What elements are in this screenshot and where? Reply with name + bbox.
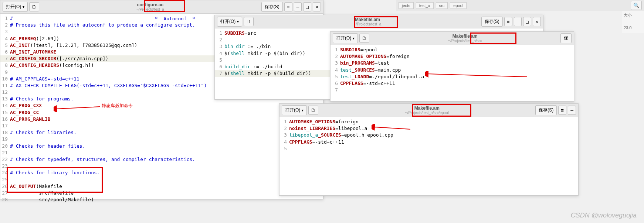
line-number: 23 [2, 163, 10, 169]
code-area[interactable]: 1SUBDIRS=epool2AUTOMAKE_OPTIONS=foreign3… [331, 45, 574, 95]
chevron-down-icon: ▾ [353, 36, 355, 40]
chevron-down-icon: ▾ [237, 20, 239, 24]
code-token: AM_INIT_AUTOMAKE [10, 49, 56, 55]
code-line[interactable]: 3bin_PROGRAMS=test [331, 60, 574, 66]
line-number: 4 [281, 139, 289, 145]
code-token: bin_dir [224, 44, 245, 49]
code-token: =epool [360, 47, 378, 52]
code-token: ([config.h]) [59, 62, 94, 68]
save-button[interactable]: 保存(S) [481, 17, 503, 27]
maximize-icon[interactable]: □ [523, 17, 531, 26]
code-token: =./epool/libepool.a [369, 74, 424, 79]
minimize-icon[interactable]: – [568, 106, 576, 115]
code-line[interactable]: 4CPPFLAGS=-std=c++11 [279, 139, 578, 145]
close-icon[interactable]: × [313, 2, 321, 11]
open-button[interactable]: 打开(O) ▾ [282, 105, 307, 115]
save-button[interactable]: 保存(S) [261, 2, 283, 12]
menu-icon[interactable]: ≡ [558, 106, 566, 115]
new-doc-icon[interactable]: 🗋 [359, 34, 369, 43]
line-number: 27 [2, 190, 10, 196]
code-line[interactable]: 21 [0, 150, 323, 156]
code-line[interactable]: 2noinst_LIBRARIES=libepool.a [279, 125, 578, 132]
side-panel-fragment: 大小 23.0 [622, 11, 644, 33]
chevron-down-icon: ▾ [302, 108, 304, 112]
code-line[interactable]: 20# Checks for header files. [0, 143, 323, 150]
code-line[interactable]: 15AC_PROG_CC [0, 109, 323, 116]
open-button[interactable]: 打开(O) ▾ [333, 33, 358, 43]
code-token: AUTOMAKE_OPTIONS [289, 119, 335, 124]
path-seg[interactable]: test_a [416, 2, 434, 9]
line-number: 6 [2, 49, 10, 55]
code-line[interactable]: 25 [0, 176, 323, 183]
open-button[interactable]: 打开(O) ▾ [3, 2, 28, 12]
code-line[interactable]: 1AUTOMAKE_OPTIONS=foreign [279, 119, 578, 125]
path-seg[interactable]: jects [399, 2, 414, 9]
code-line[interactable]: 24# Checks for library functions. [0, 169, 323, 176]
watermark: CSDN @woloveguojia [571, 212, 637, 219]
search-icon[interactable]: 🔍 [631, 1, 642, 10]
code-token: # Checks for typedefs, structures, and c… [10, 157, 195, 162]
code-token: := ./build [250, 64, 282, 69]
code-token: # Checks for programs. [10, 96, 74, 102]
code-area[interactable]: 1AUTOMAKE_OPTIONS=foreign2noinst_LIBRARI… [279, 117, 578, 154]
new-doc-icon[interactable]: 🗋 [29, 2, 39, 11]
code-line[interactable]: 5 [279, 145, 578, 152]
line-number: 20 [2, 143, 10, 150]
line-number: 17 [2, 123, 10, 129]
code-line[interactable]: 22# Checks for typedefs, structures, and… [0, 156, 323, 163]
code-token: libepool_a [289, 132, 318, 138]
code-line[interactable]: 23 [0, 163, 323, 169]
file-path: ~/Projects/test_a/src/epool [320, 111, 534, 115]
maximize-icon[interactable]: □ [303, 2, 311, 11]
code-line[interactable]: 16AC_PROG_RANLIB [0, 116, 323, 123]
line-number: 4 [2, 35, 10, 42]
code-line[interactable]: 4test_SOURCES=main.cpp [331, 67, 574, 73]
code-line[interactable]: 17 [0, 123, 323, 129]
line-number: 26 [2, 183, 10, 190]
save-button[interactable]: 保存(S) [535, 105, 557, 115]
code-token: ([2.69]) [36, 36, 59, 41]
code-token: _LDADD [352, 74, 369, 79]
code-line[interactable]: 19 [0, 136, 323, 143]
new-doc-icon[interactable]: 🗋 [244, 17, 254, 26]
code-token: mkdir -p $(bin_dir)) [245, 51, 305, 56]
open-button[interactable]: 打开(O) ▾ [217, 17, 242, 27]
code-token: AC_PROG_CXX [10, 103, 42, 108]
code-line[interactable]: 3libepool_a_SOURCES=epool.h epool.cpp [279, 132, 578, 138]
path-seg[interactable]: src [436, 2, 448, 9]
menu-icon[interactable]: ≡ [284, 2, 292, 11]
new-doc-icon[interactable]: 🗋 [308, 106, 318, 115]
code-token: ([test], [1.2.2], [783856125@qq.com]) [30, 42, 138, 48]
code-line[interactable]: 5test_LDADD=./epool/libepool.a [331, 73, 574, 80]
code-token: SUBDIRS [340, 47, 360, 52]
file-path: ~/Projects/test_a/src [371, 39, 559, 43]
code-token: bin_PROGRAMS [340, 60, 375, 66]
line-number: 5 [216, 57, 224, 64]
menu-icon[interactable]: ≡ [504, 17, 512, 26]
size-label: 大小 [624, 13, 643, 18]
file-title: configure.ac [41, 2, 260, 7]
toolbar: 打开(O) ▾ 🗋 Makefile.am ~/Projects/test_a/… [279, 104, 578, 117]
code-line[interactable]: 1SUBDIRS=epool [331, 47, 574, 53]
path-seg[interactable]: epool [450, 2, 467, 9]
code-line[interactable]: 2AUTOMAKE_OPTIONS=foreign [331, 53, 574, 60]
code-line[interactable]: 26AC_OUTPUT(Makefile [0, 183, 323, 190]
close-icon[interactable]: × [533, 17, 541, 26]
code-token: =foreign [386, 54, 410, 59]
code-token: ([./src/main.cpp]) [56, 56, 108, 61]
line-number: 13 [2, 96, 10, 102]
save-button[interactable]: 保 [560, 33, 572, 43]
line-number: 28 [2, 196, 10, 203]
minimize-icon[interactable]: – [294, 2, 302, 11]
minimize-icon[interactable]: – [514, 17, 522, 26]
code-line[interactable]: 6CPPFLAGS=-std=c++11 [331, 80, 574, 87]
code-line[interactable]: 28 src/epool/Makefile) [0, 196, 323, 203]
code-line[interactable]: 7 [331, 87, 574, 93]
code-token: mkdir -p $(build_dir)) [245, 71, 311, 76]
code-token: CPPFLAGS [340, 80, 363, 86]
line-number: 24 [2, 169, 10, 176]
line-number: 19 [2, 136, 10, 143]
code-line[interactable]: 27 src/Makefile [0, 190, 323, 196]
code-line[interactable]: 18# Checks for libraries. [0, 129, 323, 136]
code-line[interactable]: 14AC_PROG_CXX [0, 102, 323, 109]
